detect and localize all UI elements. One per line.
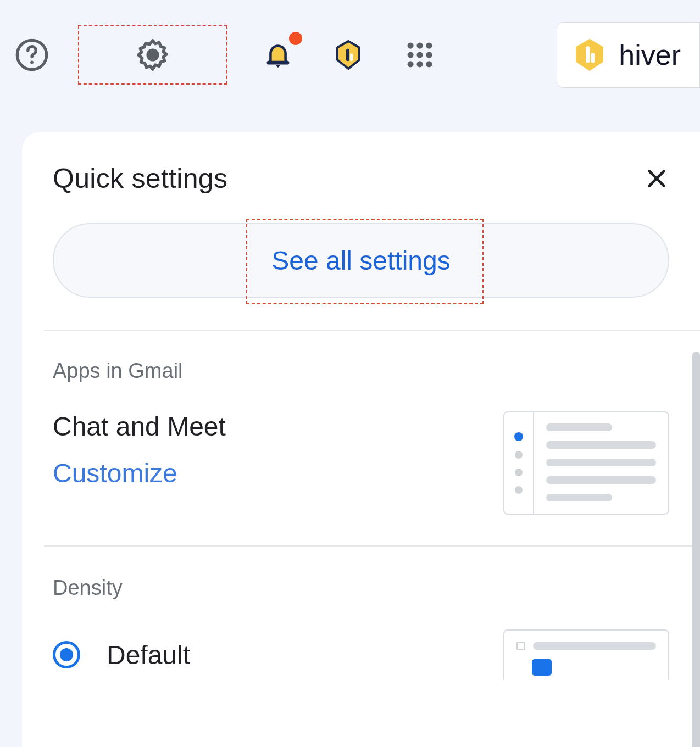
- svg-point-10: [426, 52, 432, 58]
- density-section-label: Density: [53, 576, 669, 600]
- svg-rect-14: [586, 46, 590, 63]
- density-section: Density Default: [22, 547, 700, 680]
- svg-rect-3: [346, 49, 349, 62]
- panel-header: Quick settings: [22, 158, 700, 223]
- quick-settings-panel: Quick settings See all settings Apps in …: [22, 132, 700, 747]
- apps-section-label: Apps in Gmail: [53, 359, 669, 383]
- scrollbar[interactable]: [692, 352, 700, 747]
- hiver-account-chip[interactable]: hiver: [557, 22, 700, 88]
- radio-selected-icon: [53, 641, 80, 668]
- topbar: hiver: [0, 0, 700, 104]
- svg-point-1: [30, 60, 34, 64]
- svg-point-11: [408, 61, 414, 67]
- hiver-hexagon-icon[interactable]: [329, 35, 368, 75]
- svg-rect-15: [591, 53, 595, 63]
- svg-point-9: [416, 52, 423, 58]
- svg-point-5: [408, 43, 414, 49]
- gear-highlight-box: [78, 25, 227, 85]
- svg-rect-4: [350, 54, 353, 62]
- density-option-label: Default: [107, 640, 190, 670]
- apps-in-gmail-section: Apps in Gmail Chat and Meet Customize: [22, 331, 700, 545]
- density-preview-thumbnail[interactable]: [503, 629, 669, 680]
- apps-grid-icon[interactable]: [400, 35, 440, 75]
- svg-point-8: [408, 52, 414, 58]
- hiver-label: hiver: [619, 38, 681, 71]
- density-option-default[interactable]: Default: [53, 640, 190, 670]
- panel-title: Quick settings: [53, 163, 227, 194]
- svg-point-6: [416, 43, 423, 49]
- notifications-bell-icon[interactable]: [259, 36, 297, 74]
- chat-and-meet-label: Chat and Meet: [53, 411, 226, 442]
- notification-badge: [289, 32, 302, 45]
- svg-point-7: [426, 43, 432, 49]
- close-icon[interactable]: [644, 166, 669, 191]
- apps-preview-thumbnail[interactable]: [503, 411, 669, 515]
- svg-point-12: [416, 61, 423, 67]
- see-all-label: See all settings: [271, 246, 451, 276]
- see-all-settings-button[interactable]: See all settings: [53, 223, 669, 298]
- help-icon[interactable]: [12, 35, 52, 75]
- svg-point-13: [426, 61, 432, 67]
- svg-point-2: [148, 50, 158, 60]
- see-all-wrap: See all settings: [22, 223, 700, 330]
- settings-gear-icon[interactable]: [133, 35, 173, 75]
- customize-link[interactable]: Customize: [53, 458, 226, 488]
